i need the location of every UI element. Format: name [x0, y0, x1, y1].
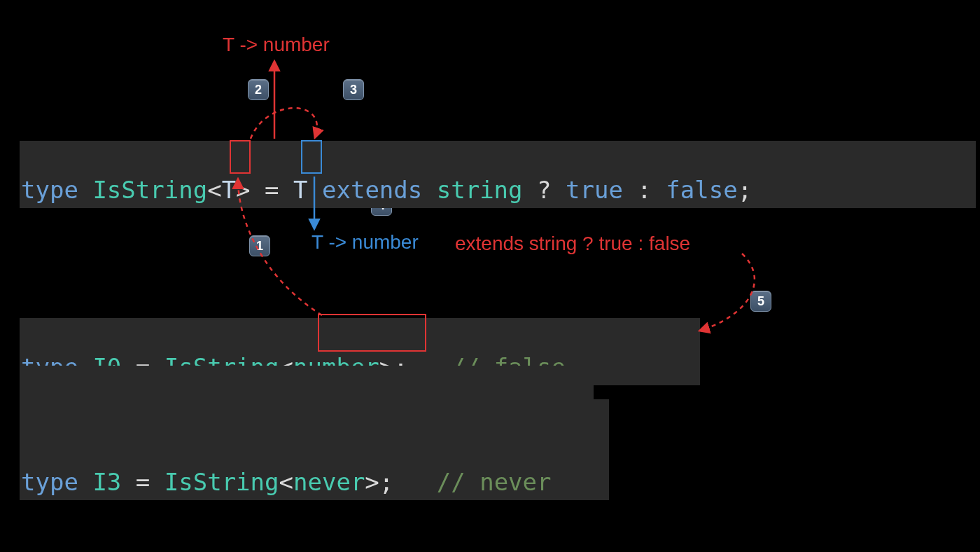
- code-line-definition: type IsString<T> = T extends string ? tr…: [20, 141, 976, 208]
- tok-comment: // never: [437, 468, 552, 496]
- tok-type-param: T: [222, 176, 236, 204]
- tok-call: IsString: [164, 468, 279, 496]
- tok-lt: <: [279, 468, 293, 496]
- highlight-box-check-T: [301, 140, 322, 174]
- code-line-i3: type I3 = IsString<never>; // never: [20, 433, 609, 500]
- step-badge-5: 5: [750, 291, 771, 312]
- tok-eq: =: [121, 468, 164, 496]
- step-badge-1: 1: [249, 235, 270, 256]
- annotation-substitution-blue: T -> number: [312, 231, 419, 254]
- annotation-expansion-red: extends string ? true : false: [455, 233, 690, 255]
- arrow-step5: [700, 254, 755, 331]
- tok-true: true: [566, 176, 623, 204]
- tok-semicolon: ;: [738, 176, 752, 204]
- highlight-box-param-T: [230, 140, 251, 174]
- tok-question: ?: [523, 176, 566, 204]
- tok-type-name: IsString: [92, 176, 207, 204]
- tok-semi: ;: [379, 468, 393, 496]
- tok-keyword-type: type: [21, 176, 78, 204]
- tok-false: false: [666, 176, 737, 204]
- step-badge-3: 3: [343, 79, 364, 100]
- tok-eq: =: [251, 176, 293, 204]
- diagram-stage: T -> number 2 3 1 4 5 type IsString<T> =…: [0, 0, 980, 552]
- tok-keyword-extends: extends: [308, 176, 437, 204]
- tok-space: [393, 468, 436, 496]
- tok-gt: >: [365, 468, 379, 496]
- tok-angle-open: <: [207, 176, 221, 204]
- tok-name: I3: [92, 468, 121, 496]
- step-badge-2: 2: [248, 79, 269, 100]
- tok-colon: :: [623, 176, 666, 204]
- tok-angle-close: >: [236, 176, 250, 204]
- arrow-step3: [251, 108, 317, 139]
- annotation-substitution-top: T -> number: [223, 34, 330, 56]
- tok-kw: type: [21, 468, 78, 496]
- tok-type-check: T: [293, 176, 307, 204]
- tok-string-type: string: [437, 176, 523, 204]
- tok-arg-never: never: [293, 468, 365, 496]
- highlight-box-arg-number: [318, 314, 426, 352]
